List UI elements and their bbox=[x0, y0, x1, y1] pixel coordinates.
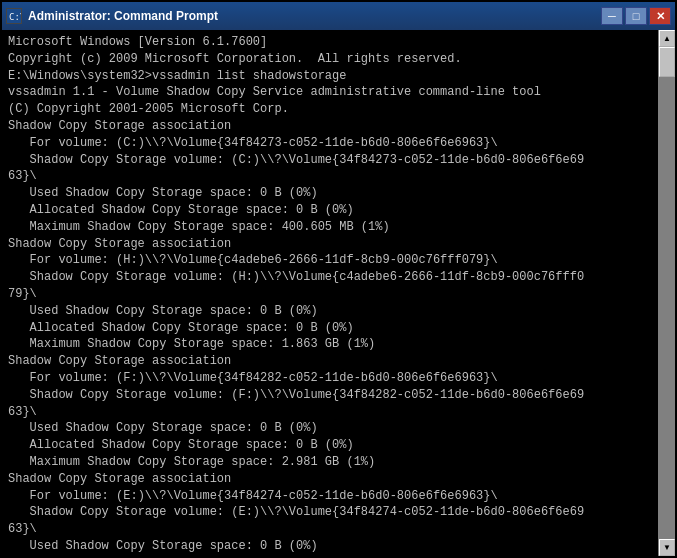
scrollbar[interactable]: ▲ ▼ bbox=[658, 30, 675, 556]
terminal-line: Shadow Copy Storage volume: (H:)\\?\Volu… bbox=[8, 269, 652, 286]
terminal-line: For volume: (C:)\\?\Volume{34f84273-c052… bbox=[8, 135, 652, 152]
terminal-line: vssadmin 1.1 - Volume Shadow Copy Servic… bbox=[8, 84, 652, 101]
maximize-button[interactable]: □ bbox=[625, 7, 647, 25]
terminal-line: Allocated Shadow Copy Storage space: 0 B… bbox=[8, 555, 652, 556]
scrollbar-track[interactable] bbox=[659, 47, 675, 539]
terminal-line: (C) Copyright 2001-2005 Microsoft Corp. bbox=[8, 101, 652, 118]
terminal-line: For volume: (F:)\\?\Volume{34f84282-c052… bbox=[8, 370, 652, 387]
terminal-line: Allocated Shadow Copy Storage space: 0 B… bbox=[8, 202, 652, 219]
terminal-line: Shadow Copy Storage volume: (E:)\\?\Volu… bbox=[8, 504, 652, 521]
terminal-line: Copyright (c) 2009 Microsoft Corporation… bbox=[8, 51, 652, 68]
terminal-line: 63}\ bbox=[8, 521, 652, 538]
terminal-line: Shadow Copy Storage association bbox=[8, 118, 652, 135]
terminal-line: E:\Windows\system32>vssadmin list shadow… bbox=[8, 68, 652, 85]
terminal-line: 63}\ bbox=[8, 404, 652, 421]
content-area: Microsoft Windows [Version 6.1.7600]Copy… bbox=[2, 30, 675, 556]
scroll-down-button[interactable]: ▼ bbox=[659, 539, 675, 556]
terminal-line: Shadow Copy Storage association bbox=[8, 471, 652, 488]
scroll-up-button[interactable]: ▲ bbox=[659, 30, 675, 47]
titlebar-buttons: ─ □ ✕ bbox=[601, 7, 671, 25]
terminal-line: Allocated Shadow Copy Storage space: 0 B… bbox=[8, 320, 652, 337]
close-button[interactable]: ✕ bbox=[649, 7, 671, 25]
terminal-line: Microsoft Windows [Version 6.1.7600] bbox=[8, 34, 652, 51]
terminal-line: Shadow Copy Storage volume: (C:)\\?\Volu… bbox=[8, 152, 652, 169]
terminal-output[interactable]: Microsoft Windows [Version 6.1.7600]Copy… bbox=[2, 30, 658, 556]
window-title: Administrator: Command Prompt bbox=[28, 9, 218, 23]
minimize-button[interactable]: ─ bbox=[601, 7, 623, 25]
terminal-line: For volume: (E:)\\?\Volume{34f84274-c052… bbox=[8, 488, 652, 505]
terminal-line: Used Shadow Copy Storage space: 0 B (0%) bbox=[8, 303, 652, 320]
terminal-line: 63}\ bbox=[8, 168, 652, 185]
terminal-line: Maximum Shadow Copy Storage space: 2.981… bbox=[8, 454, 652, 471]
cmd-icon: C:\ bbox=[6, 8, 22, 24]
terminal-line: Shadow Copy Storage volume: (F:)\\?\Volu… bbox=[8, 387, 652, 404]
terminal-line: Maximum Shadow Copy Storage space: 1.863… bbox=[8, 336, 652, 353]
terminal-line: 79}\ bbox=[8, 286, 652, 303]
terminal-line: Allocated Shadow Copy Storage space: 0 B… bbox=[8, 437, 652, 454]
titlebar: C:\ Administrator: Command Prompt ─ □ ✕ bbox=[2, 2, 675, 30]
terminal-line: Used Shadow Copy Storage space: 0 B (0%) bbox=[8, 185, 652, 202]
terminal-line: Used Shadow Copy Storage space: 0 B (0%) bbox=[8, 420, 652, 437]
terminal-line: Shadow Copy Storage association bbox=[8, 353, 652, 370]
svg-text:C:\: C:\ bbox=[9, 12, 21, 22]
scrollbar-thumb[interactable] bbox=[659, 47, 675, 77]
command-prompt-window: C:\ Administrator: Command Prompt ─ □ ✕ … bbox=[0, 0, 677, 558]
terminal-line: Maximum Shadow Copy Storage space: 400.6… bbox=[8, 219, 652, 236]
terminal-line: Shadow Copy Storage association bbox=[8, 236, 652, 253]
terminal-line: Used Shadow Copy Storage space: 0 B (0%) bbox=[8, 538, 652, 555]
titlebar-left: C:\ Administrator: Command Prompt bbox=[6, 8, 218, 24]
terminal-line: For volume: (H:)\\?\Volume{c4adebe6-2666… bbox=[8, 252, 652, 269]
